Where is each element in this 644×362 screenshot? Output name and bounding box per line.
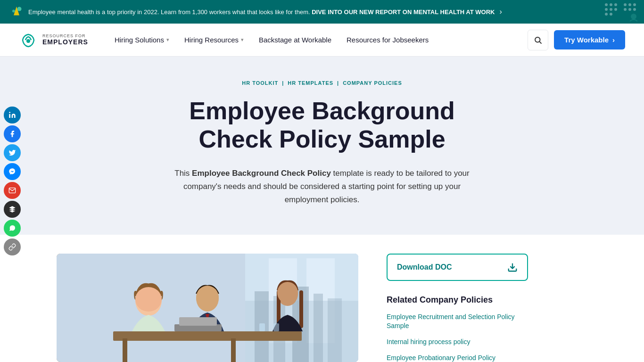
social-email-button[interactable] — [4, 182, 21, 199]
svg-point-1 — [17, 7, 22, 11]
svg-rect-33 — [123, 338, 127, 362]
logo[interactable]: RESOURCES FOR EMPLOYERS — [19, 31, 88, 49]
social-copylink-button[interactable] — [4, 239, 21, 255]
svg-point-19 — [535, 37, 540, 42]
breadcrumb-hr-templates[interactable]: HR TEMPLATES — [288, 80, 333, 86]
breadcrumb-company-policies[interactable]: COMPANY POLICIES — [343, 80, 402, 86]
search-icon — [534, 36, 542, 44]
svg-point-9 — [605, 13, 608, 16]
banner-cta[interactable]: DIVE INTO OUR NEW REPORT ON MENTAL HEALT… — [312, 8, 495, 16]
svg-point-6 — [605, 8, 608, 11]
svg-point-5 — [614, 3, 617, 6]
banner-arrow[interactable]: › — [500, 8, 502, 16]
svg-rect-44 — [179, 317, 217, 326]
svg-point-4 — [610, 3, 612, 6]
breadcrumb-hr-toolkit[interactable]: HR TOOLKIT — [242, 80, 278, 86]
svg-point-3 — [605, 3, 608, 6]
breadcrumb-separator-2: | — [337, 80, 339, 86]
hero-description: This Employee Background Check Policy te… — [162, 167, 482, 206]
page-title: Employee Background Check Policy Sample — [157, 97, 487, 154]
svg-rect-30 — [314, 294, 323, 362]
nav-hiring-resources[interactable]: Hiring Resources ▾ — [177, 24, 251, 57]
svg-point-36 — [135, 287, 162, 312]
svg-point-14 — [624, 8, 627, 11]
svg-point-21 — [9, 112, 10, 113]
social-buffer-button[interactable] — [4, 201, 21, 218]
svg-rect-45 — [259, 323, 265, 331]
top-banner: Employee mental health is a top priority… — [0, 0, 644, 24]
workable-logo-icon — [19, 31, 38, 49]
logo-text: RESOURCES FOR EMPLOYERS — [42, 34, 88, 46]
nav-jobseekers[interactable]: Resources for Jobseekers — [339, 24, 436, 57]
svg-point-16 — [633, 8, 636, 11]
try-workable-button[interactable]: Try Workable › — [554, 30, 625, 49]
svg-point-18 — [26, 39, 30, 43]
svg-line-20 — [539, 41, 541, 43]
hero-section: HR TOOLKIT | HR TEMPLATES | COMPANY POLI… — [0, 57, 644, 235]
related-links: Employee Recruitment and Selection Polic… — [387, 313, 528, 362]
search-button[interactable] — [528, 30, 548, 50]
svg-point-10 — [610, 13, 612, 16]
download-icon — [507, 262, 518, 272]
article-image — [57, 254, 358, 362]
right-sidebar: Download DOC Related Company Policies Em… — [387, 254, 528, 362]
svg-point-42 — [277, 282, 298, 304]
related-link-1[interactable]: Employee Recruitment and Selection Polic… — [387, 313, 528, 331]
svg-rect-46 — [273, 323, 279, 331]
svg-point-17 — [631, 14, 636, 19]
svg-point-38 — [196, 286, 219, 309]
svg-rect-34 — [231, 338, 236, 362]
svg-point-13 — [633, 3, 636, 6]
svg-rect-31 — [328, 298, 342, 362]
svg-point-7 — [610, 8, 612, 11]
social-sidebar — [0, 103, 25, 259]
banner-decoration — [602, 0, 639, 24]
related-link-3[interactable]: Employee Probationary Period Policy — [387, 354, 528, 362]
related-policies-title: Related Company Policies — [387, 295, 528, 305]
social-twitter-button[interactable] — [4, 144, 21, 161]
svg-point-2 — [12, 10, 15, 13]
main-content: Download DOC Related Company Policies Em… — [0, 235, 644, 362]
svg-rect-41 — [299, 290, 303, 328]
article-area — [57, 254, 358, 362]
breadcrumb-separator-1: | — [282, 80, 284, 86]
nav-links: Hiring Solutions ▾ Hiring Resources ▾ Ba… — [107, 24, 528, 57]
svg-point-12 — [628, 3, 631, 6]
svg-point-8 — [614, 8, 617, 11]
navbar: RESOURCES FOR EMPLOYERS Hiring Solutions… — [0, 24, 644, 57]
social-facebook-button[interactable] — [4, 125, 21, 142]
chevron-down-icon: ▾ — [241, 37, 244, 43]
download-doc-button[interactable]: Download DOC — [387, 254, 528, 281]
svg-point-15 — [628, 8, 631, 11]
chevron-right-icon: › — [612, 36, 615, 44]
svg-point-11 — [624, 3, 627, 6]
download-doc-label: Download DOC — [397, 263, 452, 272]
related-link-2[interactable]: Internal hiring process policy — [387, 337, 528, 347]
svg-rect-32 — [113, 331, 302, 341]
social-linkedin-button[interactable] — [4, 107, 21, 123]
social-messenger-button[interactable] — [4, 163, 21, 180]
social-whatsapp-button[interactable] — [4, 220, 21, 237]
banner-icon — [9, 5, 24, 19]
chevron-down-icon: ▾ — [166, 37, 169, 43]
meeting-image — [57, 254, 358, 362]
nav-hiring-solutions[interactable]: Hiring Solutions ▾ — [107, 24, 177, 57]
nav-backstage[interactable]: Backstage at Workable — [251, 24, 339, 57]
breadcrumb: HR TOOLKIT | HR TEMPLATES | COMPANY POLI… — [94, 80, 550, 86]
banner-text: Employee mental health is a top priority… — [28, 8, 495, 16]
